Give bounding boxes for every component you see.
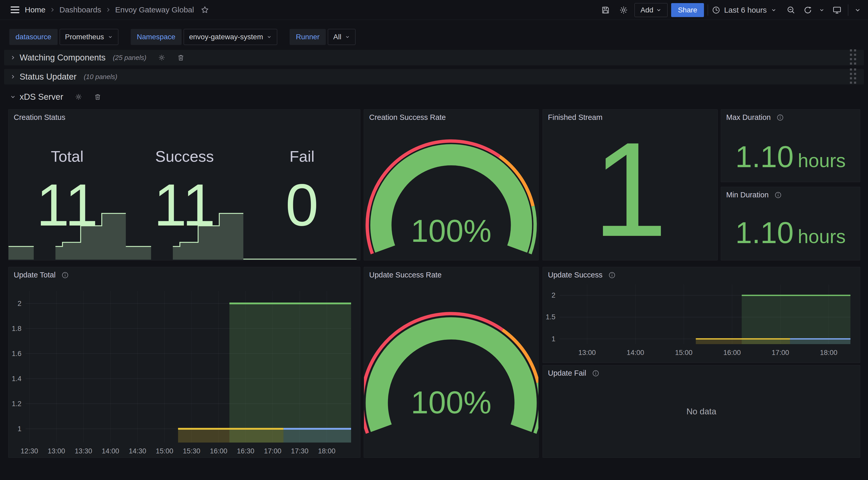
- kiosk-icon[interactable]: [830, 3, 844, 17]
- menu-icon[interactable]: [8, 3, 22, 17]
- share-button[interactable]: Share: [671, 3, 704, 17]
- panel-title[interactable]: Creation Success Rate: [369, 113, 446, 122]
- x-axis-tick: 17:00: [760, 349, 801, 357]
- row-delete-icon[interactable]: [177, 54, 185, 61]
- breadcrumb-home[interactable]: Home: [25, 5, 45, 14]
- y-axis-tick: 1.4: [8, 374, 22, 383]
- star-icon[interactable]: [197, 3, 212, 17]
- stat-sparkline: [243, 213, 361, 260]
- row-delete-icon[interactable]: [94, 93, 101, 101]
- stat-sparkline: [8, 213, 126, 260]
- variable-runner: Runner All: [289, 29, 355, 45]
- refresh-icon[interactable]: [802, 3, 814, 17]
- add-button[interactable]: Add: [634, 3, 668, 17]
- toolbar-chevron-down-icon[interactable]: [852, 3, 863, 17]
- panel-title[interactable]: Creation Status: [14, 113, 65, 122]
- panel-title[interactable]: Max Duration: [726, 113, 771, 122]
- stat-label: Success: [126, 148, 243, 165]
- row-settings-icon[interactable]: [158, 54, 165, 61]
- x-axis-tick: 15:00: [663, 349, 705, 357]
- variable-datasource: datasource Prometheus: [9, 29, 118, 45]
- settings-icon[interactable]: [616, 3, 631, 17]
- variable-label: Namespace: [131, 29, 182, 45]
- stat-label: Total: [8, 148, 126, 165]
- chevron-right-icon: [10, 55, 16, 61]
- zoom-out-icon[interactable]: [784, 3, 798, 17]
- panel-finished-stream: Finished Stream 1: [542, 109, 718, 261]
- row-panel-count: (25 panels): [113, 54, 147, 62]
- row-title[interactable]: Status Updater: [20, 72, 76, 82]
- dashboard-variables: datasource Prometheus Namespace envoy-ga…: [9, 29, 368, 45]
- stat-unit: hours: [798, 150, 845, 172]
- row-xds-server: xDS Server: [4, 90, 864, 103]
- chevron-right-icon: [10, 73, 16, 80]
- divider: [708, 4, 708, 16]
- stat-value: 1.10: [736, 215, 794, 250]
- namespace-select[interactable]: envoy-gateway-system: [184, 29, 277, 45]
- duration-value-row: 1.10 hours: [721, 140, 860, 174]
- info-icon[interactable]: [608, 271, 616, 279]
- row-settings-icon[interactable]: [75, 93, 83, 101]
- variable-label: Runner: [289, 29, 326, 45]
- y-axis-tick: 1.6: [8, 350, 22, 358]
- chevron-down-icon: [267, 34, 272, 39]
- stat-total: Total 11: [8, 110, 126, 260]
- clock-icon: [712, 6, 720, 14]
- y-axis-tick: 1.8: [8, 325, 22, 333]
- info-icon[interactable]: [61, 271, 69, 279]
- x-axis-tick: 13:00: [566, 349, 608, 357]
- chevron-down-icon: [771, 7, 777, 13]
- time-range-picker[interactable]: Last 6 hours: [712, 6, 780, 14]
- runner-select[interactable]: All: [328, 29, 355, 45]
- panel-title[interactable]: Finished Stream: [548, 113, 602, 122]
- panel-title[interactable]: Update Total: [14, 271, 56, 279]
- panel-title[interactable]: Update Success Rate: [369, 271, 441, 279]
- x-axis-tick: 18:00: [306, 447, 347, 455]
- x-axis-tick: 18:00: [808, 349, 849, 357]
- stat-value: 1: [543, 110, 717, 260]
- row-drag-handle[interactable]: [849, 67, 857, 86]
- panel-title[interactable]: Update Fail: [548, 369, 586, 378]
- panel-min-duration: Min Duration 1.10 hours: [721, 187, 860, 261]
- y-axis-tick: 1: [543, 335, 555, 343]
- row-title[interactable]: xDS Server: [20, 92, 63, 102]
- breadcrumb-dashboards[interactable]: Dashboards: [59, 5, 101, 14]
- top-nav: Home Dashboards Envoy Gateway Global: [0, 0, 868, 20]
- y-axis-tick: 2: [8, 299, 22, 308]
- chevron-down-icon: [345, 34, 350, 39]
- info-icon[interactable]: [774, 191, 782, 199]
- duration-value-row: 1.10 hours: [721, 215, 860, 250]
- row-title[interactable]: Watching Components: [20, 53, 106, 62]
- stat-label: Fail: [243, 148, 361, 165]
- x-axis-tick: 16:00: [711, 349, 753, 357]
- y-axis-tick: 1: [8, 425, 22, 433]
- panel-update-fail: Update Fail No data: [542, 365, 860, 458]
- chevron-right-icon: [49, 6, 56, 13]
- row-panel-count: (10 panels): [84, 73, 117, 81]
- chevron-down-icon: [10, 94, 16, 100]
- stat-fail: Fail 0: [243, 110, 361, 260]
- chevron-right-icon: [105, 6, 112, 13]
- panel-update-total: Update Total 11.21.41.61.8212:3013:0013:…: [8, 267, 361, 458]
- save-icon[interactable]: [598, 3, 613, 17]
- stat-sparkline: [126, 213, 243, 260]
- row-status-updater: Status Updater (10 panels): [4, 69, 864, 85]
- divider: [848, 4, 848, 16]
- stat-unit: hours: [798, 226, 845, 247]
- gauge-chart: [364, 267, 538, 457]
- row-drag-handle[interactable]: [849, 48, 857, 67]
- y-axis-tick: 1.5: [543, 313, 555, 321]
- gauge-value: 100%: [364, 213, 538, 249]
- info-icon[interactable]: [592, 369, 599, 377]
- panel-max-duration: Max Duration 1.10 hours: [721, 109, 860, 182]
- panel-creation-status: Creation Status Total 11 Success 11 Fail…: [8, 109, 361, 261]
- refresh-interval-chevron-icon[interactable]: [817, 3, 826, 17]
- info-icon[interactable]: [776, 114, 784, 121]
- panel-title[interactable]: Update Success: [548, 271, 602, 279]
- datasource-select[interactable]: Prometheus: [60, 29, 118, 45]
- panel-title[interactable]: Min Duration: [726, 191, 769, 199]
- variable-namespace: Namespace envoy-gateway-system: [131, 29, 277, 45]
- timeseries-chart: 11.5213:0014:0015:0016:0017:0018:00: [543, 267, 860, 363]
- y-axis-tick: 1.2: [8, 400, 22, 408]
- panel-creation-success-rate: Creation Success Rate 100%: [364, 109, 538, 261]
